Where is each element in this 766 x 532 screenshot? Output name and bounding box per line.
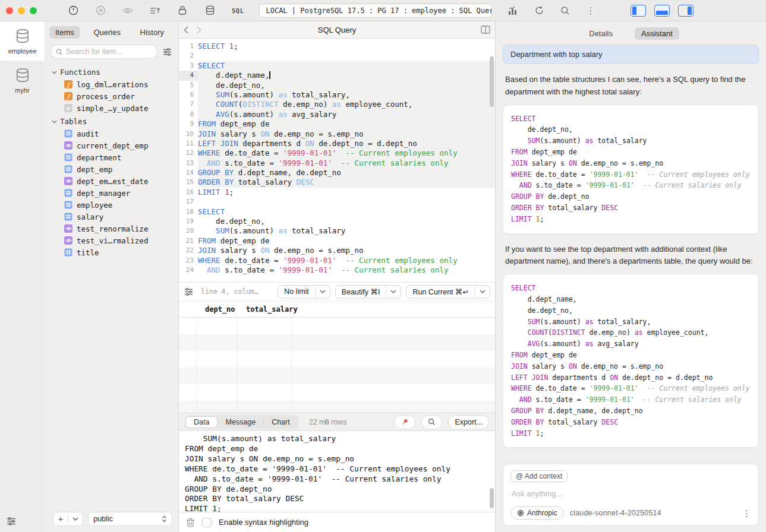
editor-line-9[interactable]: 9FROM dept_emp de <box>179 119 495 129</box>
results-tab-message[interactable]: Message <box>217 417 263 428</box>
chevron-down-icon[interactable] <box>315 286 330 298</box>
refresh-icon[interactable] <box>534 5 544 16</box>
assistant-panel-tab-assistant[interactable]: Assistant <box>635 27 679 40</box>
editor-line-5[interactable]: 5 de.dept_no, <box>179 81 495 90</box>
lock-icon[interactable] <box>177 5 188 16</box>
tree-item-title[interactable]: title <box>52 246 176 258</box>
tree-section-header[interactable]: Functions <box>52 66 176 78</box>
assistant-prompt-input[interactable]: Ask anything... <box>510 482 751 506</box>
sql-editor[interactable]: 1SELECT 1;23SELECT4 d.dept_name,5 de.dep… <box>179 39 495 282</box>
run-current-button[interactable]: Run Current ⌘↵ <box>406 285 490 299</box>
connection-item-employee[interactable]: employee <box>0 21 45 61</box>
forward-button[interactable] <box>197 26 201 34</box>
editor-line-4[interactable]: 4 d.dept_name, <box>179 71 495 80</box>
results-tab-chart[interactable]: Chart <box>264 417 298 428</box>
editor-line-23[interactable]: 23WHERE de.to_date = '9999-01-01' -- Cur… <box>179 256 495 265</box>
sidebar-tab-items[interactable]: Items <box>49 26 80 39</box>
chart-icon[interactable] <box>507 5 518 16</box>
editor-line-16[interactable]: 16LIMIT 1; <box>179 188 495 197</box>
add-context-chip[interactable]: @ Add context <box>510 470 568 482</box>
syntax-highlight-checkbox[interactable] <box>202 518 212 527</box>
sidebar-tab-history[interactable]: History <box>134 26 170 39</box>
commit-list-icon[interactable] <box>150 5 160 16</box>
trash-icon[interactable] <box>186 518 195 527</box>
split-view-icon[interactable] <box>481 26 490 34</box>
tree-item-salary[interactable]: salary <box>52 211 176 223</box>
table-row[interactable] <box>179 401 495 413</box>
plus-icon[interactable]: + <box>53 514 68 524</box>
sidebar-filter-icon[interactable] <box>162 48 172 56</box>
editor-line-17[interactable]: 17 <box>179 197 495 207</box>
editor-line-7[interactable]: 7 COUNT(DISTINCT de.emp_no) as employee_… <box>179 100 495 109</box>
table-row[interactable] <box>179 368 495 384</box>
editor-line-18[interactable]: 18SELECT <box>179 207 495 217</box>
tree-section-header[interactable]: Tables <box>52 115 176 128</box>
pin-result-button[interactable] <box>394 415 415 429</box>
message-scrollbar[interactable] <box>490 488 494 508</box>
assistant-panel-tab-details[interactable]: Details <box>582 27 619 40</box>
sidebar-tab-queries[interactable]: Queries <box>87 26 127 39</box>
search-results-button[interactable] <box>421 415 442 429</box>
sidebar-search-input[interactable] <box>66 48 152 56</box>
provider-pill[interactable]: Anthropic <box>510 506 564 520</box>
editor-line-3[interactable]: 3SELECT <box>179 61 495 71</box>
back-button[interactable] <box>184 26 188 34</box>
table-row[interactable] <box>179 351 495 368</box>
editor-line-10[interactable]: 10JOIN salary s ON de.emp_no = s.emp_no <box>179 129 495 139</box>
tree-item-dept_emp[interactable]: dept_emp <box>52 163 176 175</box>
chevron-down-icon[interactable] <box>386 286 401 298</box>
editor-line-8[interactable]: 8 AVG(s.amount) as avg_salary <box>179 110 495 119</box>
column-header-dept_no[interactable]: dept_no <box>197 305 238 314</box>
add-item-button[interactable]: + <box>53 512 83 526</box>
editor-line-21[interactable]: 21FROM dept_emp de <box>179 236 495 246</box>
editor-line-12[interactable]: 12WHERE de.to_date = '9999-01-01' -- Cur… <box>179 148 495 158</box>
preview-eye-icon[interactable] <box>122 5 133 16</box>
editor-line-14[interactable]: 14GROUP BY d.dept_name, de.dept_no <box>179 168 495 178</box>
chevron-down-icon[interactable] <box>475 286 490 298</box>
column-header-total_salary[interactable]: total_salary <box>238 305 292 314</box>
tree-item-employee[interactable]: employee <box>52 199 176 211</box>
editor-line-11[interactable]: 11LEFT JOIN departments d ON de.dept_no … <box>179 139 495 148</box>
tree-item-dept_em_est_date[interactable]: dept_em…est_date <box>52 175 176 187</box>
editor-scrollbar[interactable] <box>490 56 494 107</box>
rail-settings-icon[interactable] <box>6 517 17 526</box>
center-layout-icon[interactable] <box>610 5 621 16</box>
editor-line-2[interactable]: 2 <box>179 51 495 61</box>
chevron-down-icon[interactable] <box>68 517 83 521</box>
database-icon[interactable] <box>204 5 215 16</box>
schema-select[interactable]: public <box>88 512 172 526</box>
toggle-bottom-panel-icon[interactable] <box>654 5 670 17</box>
editor-line-22[interactable]: 22JOIN salary s ON de.emp_no = s.emp_no <box>179 246 495 255</box>
tree-item-dept_manager[interactable]: dept_manager <box>52 187 176 199</box>
assistant-options-icon[interactable]: ⋮ <box>742 509 751 518</box>
more-menu-icon[interactable]: ⋮ <box>586 6 595 15</box>
toggle-left-panel-icon[interactable] <box>631 5 646 17</box>
close-window-button[interactable] <box>6 7 13 14</box>
message-pane[interactable]: SUM(s.amount) as total_salaryFROM dept_e… <box>179 431 495 512</box>
results-tab-data[interactable]: Data <box>185 416 217 428</box>
tree-item-audit[interactable]: audit <box>52 128 176 140</box>
sidebar-search[interactable] <box>51 45 157 59</box>
editor-line-19[interactable]: 19 de.dept_no, <box>179 217 495 226</box>
editor-settings-icon[interactable] <box>184 287 194 296</box>
editor-line-15[interactable]: 15ORDER BY total_salary DESC <box>179 178 495 187</box>
limit-dropdown[interactable]: No limit <box>278 285 330 299</box>
tree-item-log_dml_erations[interactable]: ƒlog_dml…erations <box>52 78 176 90</box>
tree-item-test_renormalize[interactable]: test_renormalize <box>52 223 176 235</box>
editor-line-6[interactable]: 6 SUM(s.amount) as total_salary, <box>179 90 495 100</box>
table-row[interactable] <box>179 318 495 334</box>
zoom-window-button[interactable] <box>30 7 37 14</box>
table-row[interactable] <box>179 334 495 351</box>
table-row[interactable] <box>179 384 495 401</box>
tree-item-current_dept_emp[interactable]: current_dept_emp <box>52 140 176 151</box>
toggle-right-panel-icon[interactable] <box>678 5 694 17</box>
export-button[interactable]: Export... <box>448 415 489 429</box>
editor-line-24[interactable]: 24 AND s.to_date = '9999-01-01' -- Curre… <box>179 265 495 275</box>
connection-power-icon[interactable] <box>68 5 78 16</box>
editor-line-13[interactable]: 13 AND s.to_date = '9999-01-01' -- Curre… <box>179 159 495 168</box>
search-icon[interactable] <box>560 5 570 16</box>
tree-item-simple__y_update[interactable]: ⚙simple_…y_update <box>52 102 176 114</box>
connection-item-myhr[interactable]: myhr <box>0 61 45 100</box>
tree-item-process_order[interactable]: ƒprocess_order <box>52 90 176 102</box>
editor-line-1[interactable]: 1SELECT 1; <box>179 42 495 51</box>
